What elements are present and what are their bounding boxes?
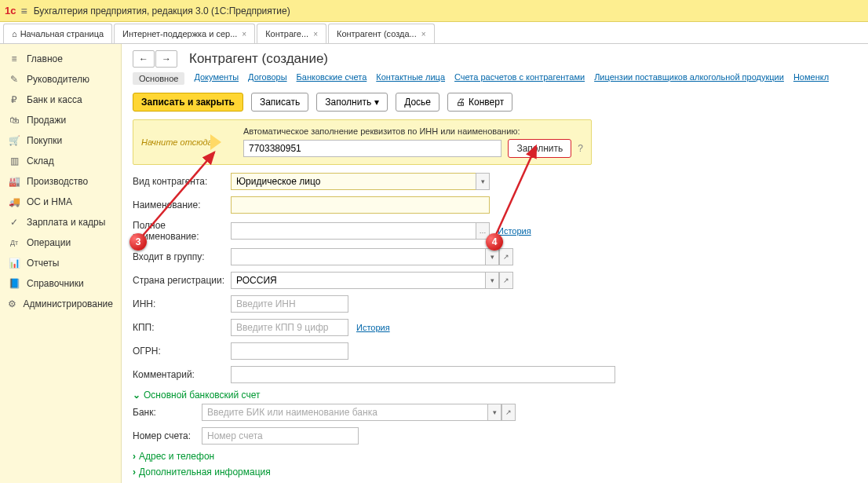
extra-section-toggle[interactable]: Дополнительная информация xyxy=(133,467,857,478)
open-icon[interactable]: ↗ xyxy=(499,248,513,265)
forward-button[interactable]: → xyxy=(155,50,177,68)
save-close-button[interactable]: Записать и закрыть xyxy=(133,93,243,112)
printer-icon: 🖨 xyxy=(456,97,465,108)
sidebar-item-main[interactable]: ≡Главное xyxy=(0,49,121,69)
bank-input[interactable] xyxy=(202,404,487,421)
inn-input[interactable] xyxy=(231,295,348,313)
fullname-input[interactable] xyxy=(231,222,476,240)
book-icon: 📘 xyxy=(8,278,20,289)
subnav: Основное Документы Договоры Банковские с… xyxy=(133,72,857,85)
tab-support[interactable]: Интернет-поддержка и сер... × xyxy=(114,24,255,43)
subnav-documents[interactable]: Документы xyxy=(194,72,239,85)
close-icon[interactable]: × xyxy=(421,30,426,38)
sidebar-item-sales[interactable]: 🛍Продажи xyxy=(0,110,121,130)
account-label: Номер счета: xyxy=(133,430,202,441)
autofill-title: Автоматическое заполнение реквизитов по … xyxy=(243,126,583,136)
sidebar-item-assets[interactable]: 🚚ОС и НМА xyxy=(0,192,121,212)
kpp-input[interactable] xyxy=(231,319,348,336)
kpp-label: КПП: xyxy=(133,322,231,333)
tab-home[interactable]: ⌂ Начальная страница xyxy=(3,24,112,43)
sidebar: ≡Главное ✎Руководителю ₽Банк и касса 🛍Пр… xyxy=(0,44,122,483)
subnav-contracts[interactable]: Договоры xyxy=(248,72,286,85)
back-button[interactable]: ← xyxy=(133,50,155,68)
account-input[interactable] xyxy=(202,427,359,445)
sidebar-item-warehouse[interactable]: ▥Склад xyxy=(0,151,121,171)
subnav-main[interactable]: Основное xyxy=(133,72,184,85)
dropdown-icon[interactable]: ▾ xyxy=(476,173,490,190)
fullname-label: Полное наименование: xyxy=(133,220,231,242)
history-link[interactable]: История xyxy=(498,226,531,236)
chevron-down-icon: ▾ xyxy=(374,97,379,108)
ruble-icon: ₽ xyxy=(8,94,20,105)
fill-button[interactable]: Заполнить ▾ xyxy=(316,93,388,112)
help-icon[interactable]: ? xyxy=(578,143,583,154)
country-input[interactable] xyxy=(231,272,485,289)
factory-icon: 🏭 xyxy=(8,176,20,187)
sidebar-item-production[interactable]: 🏭Производство xyxy=(0,171,121,192)
pencil-icon: ✎ xyxy=(8,74,20,85)
dropdown-icon[interactable]: ▾ xyxy=(487,404,501,421)
app-title: Бухгалтерия предприятия, редакция 3.0 (1… xyxy=(34,5,290,16)
tab-contragents[interactable]: Контраге... × xyxy=(257,24,326,43)
ogrn-label: ОГРН: xyxy=(133,346,231,357)
name-input[interactable] xyxy=(231,196,490,214)
open-icon[interactable]: ↗ xyxy=(499,272,513,289)
check-icon: ✓ xyxy=(8,217,20,228)
convert-button[interactable]: 🖨 Конверт xyxy=(447,93,512,112)
tab-bar: ⌂ Начальная страница Интернет-поддержка … xyxy=(0,22,868,44)
sidebar-item-directories[interactable]: 📘Справочники xyxy=(0,273,121,294)
type-label: Вид контрагента: xyxy=(133,176,231,187)
subnav-bank-accounts[interactable]: Банковские счета xyxy=(297,72,367,85)
comment-input[interactable] xyxy=(231,366,615,383)
kpp-history-link[interactable]: История xyxy=(356,323,390,332)
sidebar-item-admin[interactable]: ⚙Администрирование xyxy=(0,294,121,314)
chart-icon: 📊 xyxy=(8,258,20,269)
ogrn-input[interactable] xyxy=(231,342,348,360)
sidebar-item-bank[interactable]: ₽Банк и касса xyxy=(0,90,121,110)
home-icon: ⌂ xyxy=(12,29,17,38)
bank-label: Банк: xyxy=(133,407,202,418)
sidebar-item-manager[interactable]: ✎Руководителю xyxy=(0,69,121,90)
logo-1c: 1c xyxy=(5,5,16,16)
menu-icon: ≡ xyxy=(8,53,20,64)
sidebar-item-operations[interactable]: ДтОперации xyxy=(0,232,121,253)
tab-label: Контраге... xyxy=(265,29,308,38)
address-section-toggle[interactable]: Адрес и телефон xyxy=(133,451,857,462)
type-select[interactable] xyxy=(231,173,476,190)
group-label: Входит в группу: xyxy=(133,251,231,262)
tab-label: Интернет-поддержка и сер... xyxy=(122,29,237,38)
subnav-licenses[interactable]: Лицензии поставщиков алкогольной продукц… xyxy=(594,72,784,85)
comment-label: Комментарий: xyxy=(133,369,231,380)
dropdown-icon[interactable]: ▾ xyxy=(485,248,499,265)
cart-icon: 🛒 xyxy=(8,135,20,146)
sidebar-item-reports[interactable]: 📊Отчеты xyxy=(0,253,121,273)
fill-lookup-button[interactable]: Заполнить xyxy=(508,139,571,158)
open-icon[interactable]: ↗ xyxy=(501,404,516,421)
close-icon[interactable]: × xyxy=(242,30,246,38)
marker-3: 3 xyxy=(129,233,147,251)
bag-icon: 🛍 xyxy=(8,115,20,126)
subnav-nomenclature[interactable]: Номенкл xyxy=(793,72,829,85)
inn-label: ИНН: xyxy=(133,298,231,309)
gear-icon: ⚙ xyxy=(8,298,17,309)
group-input[interactable] xyxy=(231,248,485,265)
hamburger-icon[interactable]: ≡ xyxy=(20,5,27,17)
country-label: Страна регистрации: xyxy=(133,275,231,286)
dossier-button[interactable]: Досье xyxy=(396,93,439,112)
subnav-contacts[interactable]: Контактные лица xyxy=(376,72,445,85)
dropdown-icon[interactable]: ▾ xyxy=(485,272,499,289)
tab-label: Контрагент (созда... xyxy=(337,29,417,38)
content-area: ← → Контрагент (создание) Основное Докум… xyxy=(122,44,868,483)
toolbar: Записать и закрыть Записать Заполнить ▾ … xyxy=(133,93,857,112)
arrow-icon xyxy=(210,134,221,150)
subnav-accounts[interactable]: Счета расчетов с контрагентами xyxy=(454,72,585,85)
sidebar-item-salary[interactable]: ✓Зарплата и кадры xyxy=(0,212,121,232)
marker-4: 4 xyxy=(486,233,503,251)
save-button[interactable]: Записать xyxy=(251,93,308,112)
name-label: Наименование: xyxy=(133,199,231,210)
bank-section-toggle[interactable]: Основной банковский счет xyxy=(133,390,857,401)
close-icon[interactable]: × xyxy=(313,30,318,38)
tab-contragent-create[interactable]: Контрагент (созда... × xyxy=(328,24,435,43)
sidebar-item-purchases[interactable]: 🛒Покупки xyxy=(0,130,121,151)
inn-lookup-input[interactable] xyxy=(243,140,501,157)
